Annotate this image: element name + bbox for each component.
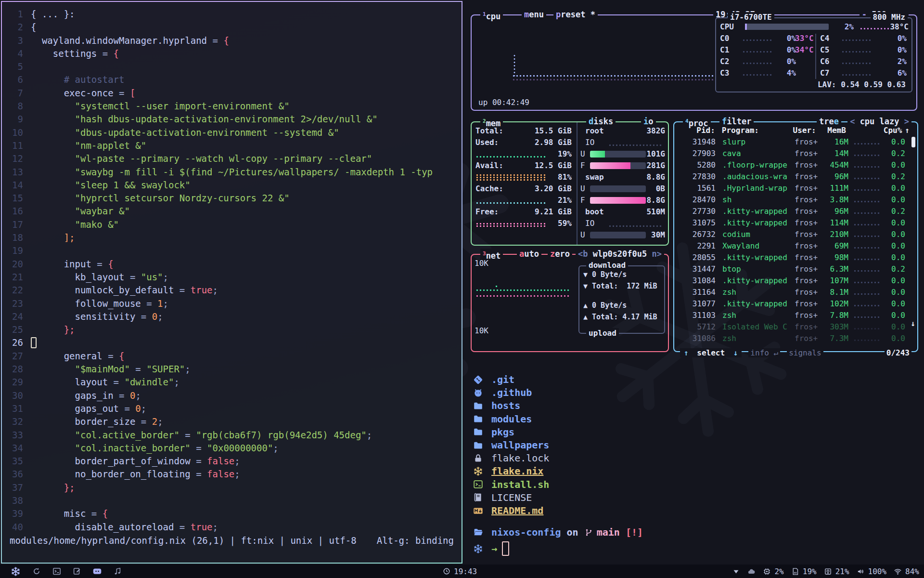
editor-line[interactable]: 15 "hyprctl setcursor Nordzy-cursors 22 … xyxy=(2,192,462,205)
editor-line[interactable]: 17 "mako &" xyxy=(2,218,462,231)
editor-line[interactable]: 24 sensitivity = 0; xyxy=(2,310,462,323)
proc-row[interactable]: 26732codium fros+210M 0.0 xyxy=(679,228,910,240)
editor-line[interactable]: 33 "col.active_border" = "rgb(cba6f7) rg… xyxy=(2,429,462,442)
editor-line[interactable]: 32 border_size = 2; xyxy=(2,415,462,428)
core-meter xyxy=(841,74,872,76)
editor-line[interactable]: 34 "col.inactive_border" = "0x00000000"; xyxy=(2,442,462,455)
proc-scroll-down-icon[interactable]: ↓ xyxy=(911,319,915,328)
tray-cloud-module[interactable] xyxy=(747,567,756,576)
net-zero-toggle[interactable]: zero xyxy=(548,249,572,259)
editor-line[interactable]: 40 disable_autoreload = true; xyxy=(2,521,462,534)
line-number: 29 xyxy=(2,376,23,389)
shell-input-line[interactable]: → xyxy=(473,542,509,555)
editor-line[interactable]: 14 "sleep 1 && swaylock" xyxy=(2,179,462,192)
editor-line[interactable]: 8 "systemctl --user import-environment &… xyxy=(2,100,462,113)
proc-row[interactable]: 31164zsh fros+8.1M 0.0 xyxy=(679,286,910,298)
tray-cpu-module[interactable]: 2% xyxy=(763,567,783,576)
editor-line[interactable]: 12 "wl-paste --primary --watch wl-copy -… xyxy=(2,152,462,165)
tray-volume-module[interactable]: 100% xyxy=(857,567,887,576)
core-usage: 6% xyxy=(882,68,907,78)
code-text: "nm-applet &" xyxy=(31,139,146,152)
proc-row[interactable]: 27730.kitty-wrapped fros+96M 0.2 xyxy=(679,205,910,217)
proc-row[interactable]: 31075.kitty-wrapped fros+114M 0.0 xyxy=(679,217,910,228)
line-number: 4 xyxy=(2,47,23,60)
editor-line[interactable]: 29 layout = "dwindle"; xyxy=(2,376,462,389)
net-interface-switcher[interactable]: <b wlp0s20f0u5 n> xyxy=(576,249,664,259)
editor-line[interactable]: 9 "hash dbus-update-activation-environme… xyxy=(2,113,462,126)
editor-buffer[interactable]: 1{ ... }:2{3 wayland.windowManager.hyprl… xyxy=(2,2,462,563)
nix-logo-button[interactable] xyxy=(11,566,21,577)
editor-line[interactable]: 31 gaps_out = 0; xyxy=(2,402,462,415)
tray-memory-module[interactable]: 19% xyxy=(791,567,817,576)
editor-line[interactable]: 11 "nm-applet &" xyxy=(2,139,462,152)
refresh-button[interactable] xyxy=(32,567,41,576)
editor-line[interactable]: 25 }; xyxy=(2,323,462,336)
proc-scrollbar-thumb[interactable] xyxy=(911,137,915,147)
editor-line[interactable]: 3 wayland.windowManager.hyprland = { xyxy=(2,34,462,47)
editor-line[interactable]: 2{ xyxy=(2,21,462,34)
code-text: gaps_in = 0; xyxy=(31,389,141,402)
editor-line[interactable]: 30 gaps_in = 0; xyxy=(2,389,462,402)
editor-line[interactable]: 4 settings = { xyxy=(2,47,462,60)
terminal-window[interactable]: .git.githubhostsmodulespkgswallpapersfla… xyxy=(465,355,924,565)
proc-row[interactable]: 1561.Hyprland-wrap fros+111M 0.0 xyxy=(679,182,910,194)
terminal-button[interactable] xyxy=(52,567,61,576)
proc-row[interactable]: 28055.kitty-wrapped fros+98M 0.0 xyxy=(679,251,910,263)
net-auto-toggle[interactable]: auto xyxy=(517,249,541,259)
proc-row[interactable]: 31086zsh fros+7.3M 0.0 xyxy=(679,332,910,344)
editor-line[interactable]: 5 xyxy=(2,60,462,73)
editor-line[interactable]: 20 input = { xyxy=(2,258,462,271)
btop-preset-button[interactable]: preset * xyxy=(553,9,598,20)
editor-line[interactable]: 23 follow_mouse = 1; xyxy=(2,297,462,310)
line-number: 5 xyxy=(2,60,23,73)
editor-line[interactable]: 7 exec-once = [ xyxy=(2,87,462,100)
disks-io-toggle[interactable]: io xyxy=(641,116,656,127)
editor-line[interactable]: 13 "swaybg -m fill -i $(find ~/Pictures/… xyxy=(2,166,462,179)
editor-line[interactable]: 16 "waybar &" xyxy=(2,205,462,218)
editor-line[interactable]: 18 ]; xyxy=(2,231,462,244)
code-text: follow_mouse = 1; xyxy=(31,297,168,310)
notes-button[interactable] xyxy=(73,567,81,576)
btop-menu-button[interactable]: menu xyxy=(522,9,546,20)
discord-button[interactable] xyxy=(93,567,102,576)
editor-lines[interactable]: 1{ ... }:2{3 wayland.windowManager.hyprl… xyxy=(2,8,462,534)
line-number: 24 xyxy=(2,310,23,323)
code-text: "dbus-update-activation-environment --sy… xyxy=(31,126,339,139)
download-label: download xyxy=(586,260,628,271)
editor-line[interactable]: 38 xyxy=(2,494,462,507)
proc-row[interactable]: 2291Xwayland fros+69M 0.0 xyxy=(679,240,910,251)
net-graph-spike xyxy=(495,286,499,288)
proc-row[interactable]: 31948slurp fros+16M 0.0 xyxy=(679,136,910,147)
editor-line[interactable]: 26 xyxy=(2,336,462,349)
proc-row[interactable]: 31084.kitty-wrapped fros+107M 0.0 xyxy=(679,275,910,286)
editor-line[interactable]: 27 general = { xyxy=(2,350,462,363)
line-number: 23 xyxy=(2,297,23,310)
taskbar-clock-module[interactable]: 19:43 xyxy=(443,565,477,578)
proc-row[interactable]: 31077.kitty-wrapped fros+102M 0.0 xyxy=(679,298,910,309)
proc-row[interactable]: 27830.audacious-wra fros+96M 0.2 xyxy=(679,171,910,182)
editor-line[interactable]: 10 "dbus-update-activation-environment -… xyxy=(2,126,462,139)
editor-line[interactable]: 21 kb_layout = "us"; xyxy=(2,271,462,284)
proc-row[interactable]: 31447btop fros+6.3M 0.2 xyxy=(679,263,910,275)
tray-disk-module[interactable]: 21% xyxy=(824,567,849,576)
editor-line[interactable]: 39 misc = { xyxy=(2,507,462,520)
proc-row[interactable]: 28470sh fros+3.8M 0.0 xyxy=(679,194,910,205)
proc-row[interactable]: 31103zsh fros+7.8M 0.0 xyxy=(679,309,910,321)
proc-row[interactable]: 27903cava fros+14M 0.2 xyxy=(679,147,910,159)
editor-line[interactable]: 36 no_border_on_floating = false; xyxy=(2,468,462,481)
proc-row[interactable]: 5280.floorp-wrappe fros+454M 0.0 xyxy=(679,159,910,171)
editor-line[interactable]: 37 }; xyxy=(2,481,462,494)
tray-wifi-module[interactable]: 84% xyxy=(894,567,919,576)
editor-window[interactable]: 1{ ... }:2{3 wayland.windowManager.hyprl… xyxy=(1,1,462,564)
editor-line[interactable]: 19 xyxy=(2,244,462,257)
music-button[interactable] xyxy=(113,567,122,576)
editor-line[interactable]: 6 # autostart xyxy=(2,73,462,86)
editor-line[interactable]: 28 "$mainMod" = "SUPER"; xyxy=(2,363,462,376)
editor-line[interactable]: 35 border_part_of_window = false; xyxy=(2,455,462,468)
net-stats-panel: download upload ▼ 0 Byte/s ▼ Total: 172 … xyxy=(578,265,665,334)
line-number: 37 xyxy=(2,481,23,494)
editor-line[interactable]: 1{ ... }: xyxy=(2,8,462,21)
tray-signal-module[interactable] xyxy=(732,567,740,576)
proc-row[interactable]: 5712Isolated Web C fros+303M 0.0 xyxy=(679,321,910,332)
editor-line[interactable]: 22 numlock_by_default = true; xyxy=(2,284,462,297)
